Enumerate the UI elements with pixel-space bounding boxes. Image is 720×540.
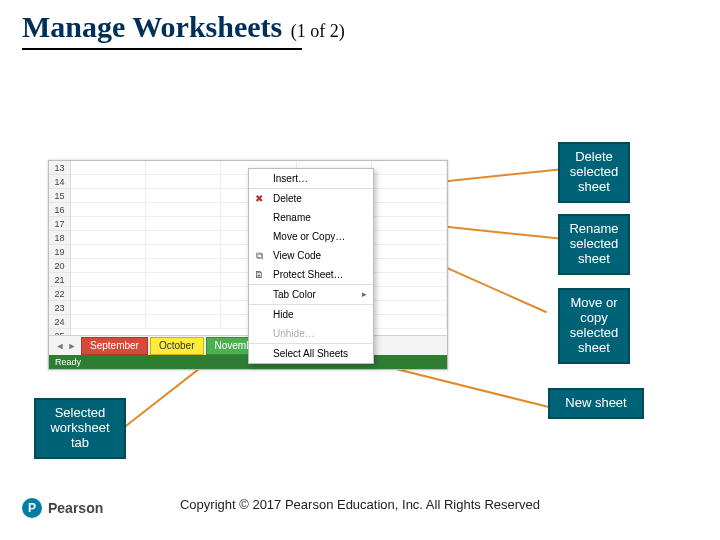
slide-title: Manage Worksheets (1 of 2)	[22, 10, 345, 44]
menu-move-or-copy[interactable]: Move or Copy…	[249, 227, 373, 246]
menu-protect-sheet[interactable]: 🗎 Protect Sheet…	[249, 265, 373, 285]
menu-rename[interactable]: Rename	[249, 208, 373, 227]
row-header[interactable]: 15	[49, 189, 70, 203]
menu-protect-label: Protect Sheet…	[273, 269, 344, 280]
code-icon: ⧉	[253, 250, 265, 262]
menu-tab-color[interactable]: Tab Color	[249, 285, 373, 305]
row-header[interactable]: 16	[49, 203, 70, 217]
row-header[interactable]: 19	[49, 245, 70, 259]
menu-select-all-sheets[interactable]: Select All Sheets	[249, 344, 373, 363]
callout-delete-selected-sheet: Delete selected sheet	[558, 142, 630, 203]
row-header[interactable]: 14	[49, 175, 70, 189]
row-header-gutter: 13 14 15 16 17 18 19 20 21 22 23 24 25	[49, 161, 71, 341]
row-header[interactable]: 21	[49, 273, 70, 287]
delete-icon: ✖	[253, 193, 265, 205]
title-underline	[22, 48, 302, 50]
callout-rename-selected-sheet: Rename selected sheet	[558, 214, 630, 275]
tab-october[interactable]: October	[150, 337, 204, 355]
row-header[interactable]: 23	[49, 301, 70, 315]
tab-september[interactable]: September	[81, 337, 148, 355]
title-main: Manage Worksheets	[22, 10, 282, 43]
menu-view-code[interactable]: ⧉ View Code	[249, 246, 373, 265]
menu-hide[interactable]: Hide	[249, 305, 373, 324]
callout-move-or-copy-selected-sheet: Move or copy selected sheet	[558, 288, 630, 364]
row-header[interactable]: 18	[49, 231, 70, 245]
title-part: (1 of 2)	[291, 21, 345, 41]
nav-left-icon[interactable]: ◄	[55, 341, 65, 351]
sheet-context-menu: Insert… ✖ Delete Rename Move or Copy… ⧉ …	[248, 168, 374, 364]
row-header[interactable]: 13	[49, 161, 70, 175]
status-ready: Ready	[55, 357, 81, 367]
copyright-footer: Copyright © 2017 Pearson Education, Inc.…	[0, 497, 720, 512]
protect-icon: 🗎	[253, 269, 265, 281]
row-header[interactable]: 24	[49, 315, 70, 329]
nav-right-icon[interactable]: ►	[67, 341, 77, 351]
callout-new-sheet: New sheet	[548, 388, 644, 419]
menu-delete-label: Delete	[273, 193, 302, 204]
row-header[interactable]: 22	[49, 287, 70, 301]
callout-selected-worksheet-tab: Selected worksheet tab	[34, 398, 126, 459]
figure-area: 13 14 15 16 17 18 19 20 21 22 23 24 25	[30, 140, 690, 450]
menu-unhide: Unhide…	[249, 324, 373, 344]
row-header[interactable]: 17	[49, 217, 70, 231]
menu-insert[interactable]: Insert…	[249, 169, 373, 189]
menu-delete[interactable]: ✖ Delete	[249, 189, 373, 208]
row-header[interactable]: 20	[49, 259, 70, 273]
menu-view-code-label: View Code	[273, 250, 321, 261]
